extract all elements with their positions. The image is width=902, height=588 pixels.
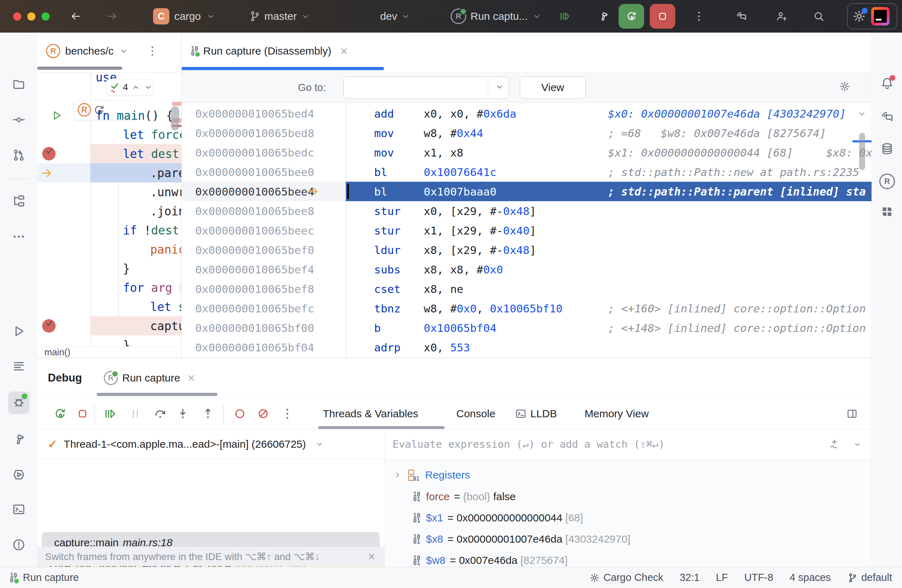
close-icon[interactable] <box>186 373 196 383</box>
code-with-me-button[interactable] <box>775 0 787 33</box>
code-line[interactable]: .pare <box>37 163 182 182</box>
pause-button[interactable] <box>128 407 143 421</box>
disasm-row[interactable]: 0x000000010065befctbnzw8, #0x0, 0x10065b… <box>182 299 872 318</box>
close-icon[interactable] <box>367 552 377 561</box>
code-line[interactable]: .join <box>37 202 182 220</box>
sidebar-item-build[interactable] <box>12 432 26 448</box>
code-line[interactable]: fn main() { <box>37 106 182 125</box>
disasm-row[interactable]: 0x000000010065beecsturx1, [x29, #-0x40] <box>182 220 872 240</box>
stop-button[interactable] <box>75 407 90 421</box>
variable-row[interactable]: 1001force= {bool} false <box>385 486 872 507</box>
sidebar-item-notifications[interactable] <box>880 76 894 92</box>
chevron-down-icon[interactable] <box>144 82 153 92</box>
evaluate-expression-field[interactable]: Evaluate expression (↵) or add a watch (… <box>385 429 872 459</box>
build-button[interactable] <box>597 0 609 33</box>
disasm-row[interactable]: 0x000000010065bedcmovx1, x8$x1: 0x000000… <box>182 143 872 162</box>
sidebar-item-project[interactable] <box>12 77 26 93</box>
disasm-row[interactable]: 0x000000010065bef8csetx8, ne <box>182 279 872 299</box>
run-config-selector[interactable]: R Run captu... <box>451 0 542 33</box>
macos-zoom-button[interactable] <box>41 13 50 20</box>
vertical-scrollbar[interactable] <box>171 106 179 130</box>
more-actions-button[interactable] <box>693 0 705 33</box>
branch-widget[interactable]: master <box>249 0 310 33</box>
sidebar-item-debug[interactable] <box>8 391 30 414</box>
settings-gear-icon[interactable] <box>839 80 850 92</box>
project-widget[interactable]: C cargo <box>153 0 216 33</box>
registers-group[interactable]: 01 Registers <box>385 466 470 485</box>
code-line[interactable]: let s <box>37 297 182 316</box>
sidebar-item-more[interactable] <box>12 230 26 245</box>
back-button[interactable] <box>69 0 81 33</box>
sidebar-item-rust[interactable]: R <box>879 174 895 189</box>
sidebar-item-profiler[interactable] <box>12 468 26 483</box>
status-item-4-spaces[interactable]: 4 spaces <box>790 572 831 583</box>
status-item-default[interactable]: default <box>847 572 892 583</box>
macos-close-button[interactable] <box>13 13 21 20</box>
code-line[interactable]: } <box>37 259 182 278</box>
disasm-row[interactable]: 0x000000010065bef4subsx8, x8, #0x0 <box>182 260 872 279</box>
tab-threads-variables[interactable]: Threads & Variables <box>323 398 418 429</box>
more-vertical-icon[interactable] <box>146 45 158 57</box>
tab-benches[interactable]: R benches/c <box>46 33 158 69</box>
breakpoint-icon[interactable] <box>42 147 56 161</box>
thread-selector[interactable]: ✓ Thread-1-<com.apple.ma...ead>-[main] (… <box>37 429 384 459</box>
sidebar-item-database[interactable] <box>880 142 894 157</box>
chevron-down-icon[interactable] <box>852 439 862 449</box>
sidebar-item-commit[interactable] <box>12 113 26 128</box>
add-watch-icon[interactable] <box>828 438 840 450</box>
sidebar-item-structure[interactable] <box>12 194 26 210</box>
view-button[interactable]: View <box>520 77 586 99</box>
tab-disassembly[interactable]: 1001 Run capture (Disassembly) <box>191 33 349 69</box>
disasm-row[interactable]: 0x000000010065bee8sturx0, [x29, #-0x48] <box>182 201 872 220</box>
chevron-down-icon[interactable] <box>857 109 867 119</box>
code-line[interactable]: panic <box>37 240 182 259</box>
disasm-row[interactable]: 0x000000010065bee0bl0x10076641c; std::pa… <box>182 162 872 182</box>
chevron-down-icon[interactable] <box>119 46 128 56</box>
ai-assistant-button[interactable] <box>736 0 747 33</box>
disasm-row[interactable]: 0x000000010065bf00b0x10065bf04; <+148> [… <box>182 318 872 338</box>
breakpoint-icon[interactable] <box>42 319 56 333</box>
status-item-utf-8[interactable]: UTF-8 <box>744 572 774 583</box>
goto-combobox[interactable] <box>343 77 509 99</box>
status-run-config[interactable]: 1001 Run capture <box>10 572 79 583</box>
resume-button[interactable] <box>559 0 571 33</box>
breadcrumb[interactable]: main() <box>37 346 182 358</box>
chevron-down-icon[interactable] <box>495 82 504 92</box>
horizontal-scrollbar[interactable] <box>37 67 122 70</box>
code-line[interactable]: for arg :S <box>37 278 182 297</box>
debug-session-tab[interactable]: R Run capture <box>104 358 196 398</box>
tab-lldb[interactable]: LLDB <box>515 398 557 429</box>
forward-button[interactable] <box>106 0 118 33</box>
macos-minimize-button[interactable] <box>27 13 35 20</box>
sidebar-item-problems[interactable] <box>12 538 26 553</box>
step-over-button[interactable] <box>153 407 167 421</box>
rerun-button[interactable] <box>53 407 67 421</box>
layout-settings-button[interactable] <box>845 407 859 421</box>
code-line[interactable]: .unwr <box>37 182 182 202</box>
disasm-row[interactable]: 0x000000010065bef0ldurx8, [x29, #-0x48] <box>182 240 872 260</box>
settings-gear-button[interactable] <box>852 9 866 23</box>
code-line[interactable]: captu <box>37 316 182 335</box>
disasm-row[interactable]: 0x000000010065bf04adrpx0, 553 <box>182 338 872 357</box>
chevron-up-icon[interactable] <box>131 82 141 92</box>
more-button[interactable] <box>280 407 294 421</box>
code-line[interactable]: } <box>37 335 182 346</box>
status-item-32-1[interactable]: 32:1 <box>680 572 699 583</box>
view-breakpoints-button[interactable] <box>233 407 247 421</box>
status-item-cargo-check[interactable]: Cargo Check <box>589 572 663 583</box>
inspections-widget[interactable]: 4 <box>106 79 153 95</box>
tab-memory-view[interactable]: Memory View <box>584 398 649 429</box>
run-gutter-icon[interactable] <box>51 109 63 122</box>
disasm-row[interactable]: 0x000000010065bee4bl0x1007baaa0; std::pa… <box>182 182 872 201</box>
resume-button[interactable] <box>103 407 117 421</box>
sidebar-item-plugins[interactable] <box>880 205 894 220</box>
tab-console[interactable]: Console <box>456 398 495 429</box>
sidebar-item-terminal[interactable] <box>12 502 26 518</box>
disasm-row[interactable]: 0x000000010065bed4addx0, x0, #0x6da$x0: … <box>182 104 872 123</box>
code-line[interactable]: let force <box>37 125 182 144</box>
mute-breakpoints-button[interactable] <box>256 407 270 421</box>
stop-button[interactable] <box>650 4 675 29</box>
ide-logo[interactable] <box>871 7 889 25</box>
sidebar-item-pull-requests[interactable] <box>12 148 26 164</box>
search-everywhere-button[interactable] <box>813 0 825 33</box>
